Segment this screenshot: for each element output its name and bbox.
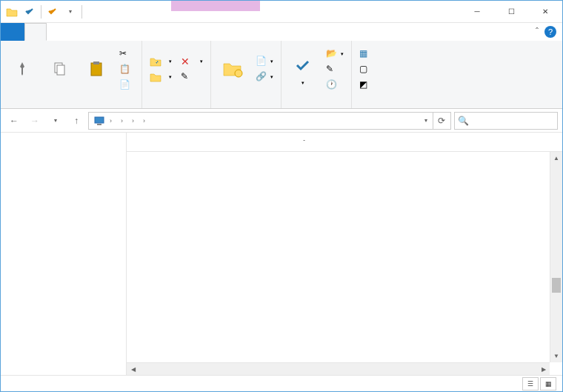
copy-path-icon: 📋: [119, 64, 131, 76]
share-tab[interactable]: [47, 23, 69, 41]
thumbnails-view-button[interactable]: ▦: [540, 377, 556, 391]
copy-path-button[interactable]: 📋: [116, 62, 137, 77]
organize-group: ▾ ▾ ✕▾ ✎: [142, 41, 211, 108]
window-controls: ─ ☐ ✕: [460, 1, 562, 21]
chevron-right-icon[interactable]: ›: [141, 117, 147, 124]
delete-button[interactable]: ✕▾: [178, 54, 206, 69]
ribbon: ✂ 📋 📄 ▾ ▾ ✕▾ ✎ 📄▾: [1, 41, 562, 109]
cut-icon: ✂: [119, 48, 131, 60]
address-dropdown-button[interactable]: ▾: [419, 112, 433, 130]
sort-indicator-icon: ˆ: [303, 139, 305, 145]
pin-icon: [10, 57, 34, 81]
paste-shortcut-icon: 📄: [119, 79, 131, 91]
scroll-down-button[interactable]: ▼: [550, 350, 562, 362]
scrollbar-thumb[interactable]: [552, 278, 561, 293]
up-button[interactable]: ↑: [67, 112, 85, 130]
paste-icon: [84, 57, 108, 81]
select-group-label: [356, 96, 377, 107]
back-button[interactable]: ←: [5, 112, 23, 130]
home-tab[interactable]: [24, 23, 47, 41]
rename-icon: ✎: [181, 71, 193, 83]
scroll-left-button[interactable]: ◀: [127, 363, 139, 375]
ribbon-controls: ˆ ?: [536, 26, 556, 38]
invert-selection-icon: ◩: [359, 79, 371, 91]
copy-button[interactable]: [42, 56, 76, 84]
refresh-button[interactable]: ⟳: [433, 112, 449, 130]
properties-button[interactable]: ▾: [286, 52, 320, 87]
invert-selection-button[interactable]: ◩: [356, 78, 377, 93]
ribbon-tabs: ˆ ?: [1, 23, 562, 41]
chevron-right-icon[interactable]: ›: [130, 117, 136, 124]
help-icon[interactable]: ?: [544, 26, 556, 38]
rename-button[interactable]: ✎: [178, 70, 206, 84]
edit-icon: ✎: [326, 64, 338, 76]
qat-dropdown-button[interactable]: ▾: [62, 4, 79, 20]
paste-shortcut-button[interactable]: 📄: [116, 78, 137, 93]
new-group-label: [216, 96, 276, 107]
easy-access-button[interactable]: 🔗▾: [253, 70, 276, 84]
history-icon: 🕐: [326, 79, 338, 91]
select-all-button[interactable]: ▦: [356, 47, 377, 62]
copy-icon: [47, 57, 71, 81]
clipboard-group-label: [5, 96, 137, 107]
view-tab[interactable]: [69, 23, 91, 41]
quick-access-toolbar: ▾: [1, 4, 87, 20]
open-button[interactable]: 📂▾: [323, 47, 347, 62]
column-header-date[interactable]: [312, 133, 408, 151]
minimize-button[interactable]: ─: [460, 1, 494, 21]
navigation-tree[interactable]: [1, 133, 127, 375]
horizontal-scrollbar[interactable]: ◀ ▶: [127, 362, 550, 375]
copy-to-icon: [150, 71, 161, 83]
qat-new-folder-button[interactable]: [44, 4, 61, 20]
navigation-bar: ← → ▾ ↑ › › › › ▾ ⟳ 🔍: [1, 109, 562, 133]
svg-rect-1: [57, 65, 64, 75]
new-folder-icon: [221, 57, 244, 81]
new-group: 📄▾ 🔗▾: [211, 41, 282, 108]
status-bar: ☰ ▦: [1, 375, 562, 391]
address-bar[interactable]: › › › › ▾ ⟳: [88, 112, 451, 130]
select-none-icon: ▢: [359, 64, 371, 76]
open-group: ▾ 📂▾ ✎ 🕐: [282, 41, 352, 108]
scroll-right-button[interactable]: ▶: [537, 363, 550, 375]
copy-to-button[interactable]: ▾: [147, 70, 175, 84]
move-to-button[interactable]: ▾: [147, 54, 175, 69]
column-header-name[interactable]: ˆ: [127, 133, 312, 151]
svg-rect-5: [95, 117, 104, 123]
separator: [81, 5, 82, 19]
collapse-ribbon-icon[interactable]: ˆ: [536, 27, 539, 37]
context-tab-header: [171, 1, 260, 11]
separator: [41, 5, 41, 19]
file-list[interactable]: [127, 152, 562, 375]
organize-group-label: [147, 96, 206, 107]
edit-button[interactable]: ✎: [323, 62, 347, 77]
open-group-label: [286, 96, 347, 107]
history-button[interactable]: 🕐: [323, 78, 347, 93]
column-header-size[interactable]: [508, 133, 549, 151]
svg-rect-2: [91, 63, 101, 76]
file-tab[interactable]: [1, 23, 24, 41]
new-folder-button[interactable]: [216, 56, 250, 84]
paste-button[interactable]: [79, 56, 113, 84]
cut-button[interactable]: ✂: [116, 47, 137, 62]
maximize-button[interactable]: ☐: [494, 1, 528, 21]
qat-properties-button[interactable]: [21, 4, 38, 20]
select-none-button[interactable]: ▢: [356, 62, 377, 77]
new-item-button[interactable]: 📄▾: [253, 54, 276, 69]
scroll-up-button[interactable]: ▲: [550, 152, 562, 165]
details-view-button[interactable]: ☰: [522, 377, 539, 391]
open-icon: 📂: [326, 48, 338, 60]
recent-dropdown-button[interactable]: ▾: [47, 112, 64, 130]
chevron-right-icon[interactable]: ›: [119, 117, 124, 124]
forward-button[interactable]: →: [26, 112, 44, 130]
svg-rect-3: [93, 62, 99, 64]
pin-quick-access-button[interactable]: [5, 56, 39, 84]
column-header-type[interactable]: [408, 133, 508, 151]
move-to-icon: [150, 56, 161, 67]
close-button[interactable]: ✕: [528, 1, 562, 21]
vertical-scrollbar[interactable]: ▲ ▼: [550, 152, 562, 362]
chevron-right-icon[interactable]: ›: [108, 117, 113, 124]
content-area: ˆ ▲ ▼ ◀ ▶: [1, 133, 562, 375]
application-tools-tab[interactable]: [179, 23, 253, 41]
pc-icon: [90, 115, 108, 127]
search-input[interactable]: 🔍: [454, 112, 558, 130]
